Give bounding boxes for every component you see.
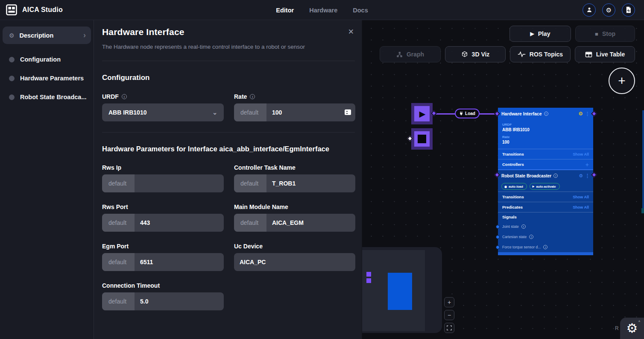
circle-dot-icon: ◉ [504,185,507,188]
default-badge: default [102,292,135,310]
default-badge: default [234,214,266,232]
show-all-link[interactable]: Show All [573,205,589,209]
sidebar-item-configuration[interactable]: Configuration [9,56,94,63]
plus-icon: + [618,74,626,88]
tab-docs[interactable]: Docs [353,7,368,14]
graph-icon [396,51,403,58]
info-icon[interactable] [250,94,255,99]
zoom-out-button[interactable]: − [444,310,454,320]
close-icon[interactable]: ✕ [348,27,354,36]
stop-icon [418,135,426,143]
tab-hardware[interactable]: Hardware [309,7,337,14]
node-input-port[interactable] [494,111,500,117]
default-badge: default [102,174,135,192]
info-icon[interactable] [529,235,533,239]
signal-port[interactable] [496,225,500,229]
rate-input[interactable] [266,103,355,121]
field-rws-port: Rws Port default [102,192,224,232]
show-all-link[interactable]: Show All [573,195,589,199]
play-icon: ▶ [419,110,426,118]
minimap[interactable] [362,247,442,333]
field-controller-task-name: Controller Task Name default [234,153,355,192]
settings-button[interactable]: ⚙ [602,3,615,17]
signal-port[interactable] [496,235,500,239]
sidebar-item-description[interactable]: ⚙ Description › [3,27,91,44]
configuration-fields: URDF ABB IRB1010 ⌄ Rate default [102,82,355,121]
graph-view-button[interactable]: Graph [380,46,441,62]
egm-port-input[interactable] [135,253,224,271]
stop-node[interactable] [411,128,433,150]
auto-load-chip[interactable]: ◉ auto-load [501,183,527,190]
diagnostics-button[interactable] [622,3,635,17]
stop-button[interactable]: ■ Stop [575,26,635,42]
node-settings-gear-icon[interactable]: ⚙ [578,111,583,116]
output-port[interactable] [431,110,437,116]
sidebar-item-label: Robot State Broadca... [20,94,87,100]
info-icon[interactable] [553,174,558,178]
rws-ip-input[interactable] [135,174,224,192]
ros-topics-button[interactable]: ROS Topics [510,46,571,62]
panel-title: Hardware Interface [102,27,355,37]
node-output-port[interactable] [591,111,597,117]
info-icon[interactable] [544,112,548,116]
uc-device-input[interactable] [234,253,355,271]
live-table-button[interactable]: Live Table [575,46,635,62]
play-button[interactable]: ▶ Play [509,26,571,42]
edge-label-load[interactable]: Load [455,109,480,118]
app-brand[interactable]: AICA Studio [0,4,63,15]
add-node-button[interactable]: + [609,68,635,94]
sidebar-item-label: Hardware Parameters [20,75,84,82]
plug-icon [459,111,463,116]
fit-view-icon [447,325,452,330]
sidebar: ⚙ Description › Configuration Hardware P… [0,20,94,339]
info-icon[interactable] [521,224,526,229]
plus-icon: + [448,299,451,306]
app-body: ⚙ Description › Configuration Hardware P… [0,20,644,339]
topbar: AICA Studio Editor Hardware Docs ⚙ [0,0,644,20]
broadcaster-chips: ◉ auto-load ▶ auto-activate [498,181,593,192]
graph-canvas[interactable]: ▶ Play ■ Stop Graph [362,20,644,339]
broadcaster-transitions-row: Transitions Show All [498,192,593,202]
input-port[interactable] [407,136,413,141]
broadcaster-settings-gear-icon[interactable]: ⚙ [579,174,583,178]
start-node[interactable]: ▶ [411,103,433,124]
main-module-name-input[interactable] [266,214,355,232]
zoom-in-button[interactable]: + [444,297,454,307]
numpad-icon[interactable] [345,109,351,115]
urdf-select[interactable]: ABB IRB1010 ⌄ [102,103,224,121]
info-icon[interactable] [543,245,547,249]
info-icon[interactable] [122,94,127,99]
app-title: AICA Studio [22,6,63,14]
configuration-heading: Configuration [102,74,355,82]
show-all-link[interactable]: Show All [573,152,589,156]
urdf-label-row: URDF [102,93,224,100]
zoom-controls: + − [444,297,454,333]
minimap-hardware-node [388,273,412,310]
auto-activate-chip[interactable]: ▶ auto-activate [530,183,560,190]
node-transitions-row: Transitions Show All [498,149,593,159]
sidebar-item-hardware-parameters[interactable]: Hardware Parameters [9,75,94,82]
controller-task-name-input[interactable] [266,174,355,192]
broadcaster-header: Robot State Broadcaster ⚙ ⋮ [498,170,593,181]
kebab-menu-icon[interactable]: ⋮ [585,173,590,179]
fit-view-button[interactable] [444,323,454,333]
hardware-interface-node[interactable]: Hardware Interface ⚙ ⋮ URDF ABB IRB1010 … [498,108,593,255]
tab-editor[interactable]: Editor [276,7,294,14]
default-badge: default [234,103,266,121]
sidebar-item-robot-state-broadcaster[interactable]: Robot State Broadca... [9,94,94,100]
minus-icon: − [448,312,451,318]
dot-icon [9,94,15,100]
panel-subtitle: The Hardware node represents a real-time… [102,44,355,50]
canvas-settings-button[interactable]: ▲ ⚙ [620,318,644,339]
urdf-selected-value: ABB IRB1010 [108,109,146,116]
rws-port-input[interactable] [135,214,224,232]
user-button[interactable] [583,3,596,17]
connection-timeout-input[interactable] [135,292,224,310]
broadcaster-predicates-row: Predicates Show All [498,202,593,212]
hardware-parameters-fields: Rws Ip default Controller Task Name defa… [102,153,355,310]
signal-port[interactable] [496,245,500,249]
kebab-menu-icon[interactable]: ⋮ [585,111,590,117]
3d-viz-button[interactable]: 3D Viz [445,46,506,62]
add-controller-icon[interactable]: + [585,161,589,168]
node-scroll-strip [498,252,593,255]
